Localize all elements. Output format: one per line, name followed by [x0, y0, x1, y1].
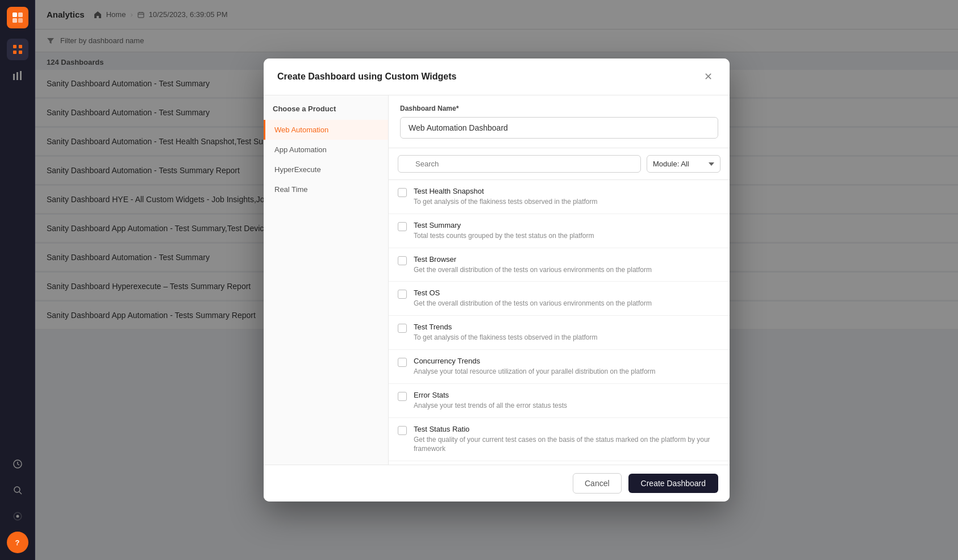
widget-name-test-trends: Test Trends [414, 323, 720, 331]
widget-info-error-stats: Error Stats Analyse your test trends of … [414, 391, 720, 411]
widget-name-test-status-ratio: Test Status Ratio [414, 425, 720, 433]
widget-name-test-browser: Test Browser [414, 255, 720, 264]
sidebar-icon-settings[interactable] [7, 505, 28, 527]
widget-name-test-health-snapshot: Test Health Snapshot [414, 187, 720, 195]
modal-footer: Cancel Create Dashboard [264, 465, 730, 502]
product-item-web-automation[interactable]: Web Automation [264, 120, 388, 140]
svg-rect-5 [19, 45, 22, 48]
create-dashboard-modal: Create Dashboard using Custom Widgets ✕ … [264, 58, 730, 502]
widget-item-test-trends[interactable]: Test Trends To get analysis of the flaki… [389, 316, 730, 350]
dashboard-name-label: Dashboard Name* [400, 105, 718, 112]
modal-title: Create Dashboard using Custom Widgets [277, 72, 456, 82]
widget-name-concurrency-trends: Concurrency Trends [414, 357, 720, 365]
widget-search-bar: 🔍 Module: All [389, 148, 730, 180]
widget-list: Test Health Snapshot To get analysis of … [389, 180, 730, 465]
product-item-hyperexecute[interactable]: HyperExecute [264, 160, 388, 179]
svg-rect-4 [13, 45, 16, 48]
product-item-real-time[interactable]: Real Time [264, 179, 388, 199]
widget-item-error-stats[interactable]: Error Stats Analyse your test trends of … [389, 384, 730, 418]
widget-info-test-os: Test OS Get the overall distribution of … [414, 289, 720, 308]
widget-item-test-summary[interactable]: Test Summary Total tests counts grouped … [389, 214, 730, 248]
sidebar-bottom: ? [7, 453, 28, 553]
widget-checkbox-test-browser[interactable] [398, 256, 407, 265]
widget-checkbox-test-health-snapshot[interactable] [398, 188, 407, 197]
widget-info-test-trends: Test Trends To get analysis of the flaki… [414, 323, 720, 342]
sidebar: ? [0, 0, 35, 560]
widget-checkbox-test-trends[interactable] [398, 324, 407, 333]
svg-point-14 [16, 515, 19, 518]
widget-name-test-summary: Test Summary [414, 221, 720, 229]
widget-info-test-health-snapshot: Test Health Snapshot To get analysis of … [414, 187, 720, 207]
svg-rect-7 [19, 51, 22, 54]
dashboard-name-input[interactable] [400, 117, 718, 139]
sidebar-icon-analytics[interactable] [7, 65, 28, 86]
widget-checkbox-test-os[interactable] [398, 290, 407, 299]
sidebar-icon-dashboard[interactable] [7, 39, 28, 60]
widget-info-test-browser: Test Browser Get the overall distributio… [414, 255, 720, 275]
widget-info-test-summary: Test Summary Total tests counts grouped … [414, 221, 720, 241]
svg-rect-6 [13, 51, 16, 54]
svg-rect-0 [13, 12, 17, 17]
svg-rect-10 [20, 71, 22, 80]
sidebar-icon-help[interactable]: ? [7, 532, 28, 553]
svg-rect-9 [16, 72, 18, 80]
modal-header: Create Dashboard using Custom Widgets ✕ [264, 58, 730, 95]
sidebar-icon-clock[interactable] [7, 453, 28, 475]
sidebar-icon-search[interactable] [7, 479, 28, 501]
create-dashboard-button[interactable]: Create Dashboard [628, 474, 718, 493]
widget-name-error-stats: Error Stats [414, 391, 720, 399]
main-content: Analytics Home › 10/25/2023, 6:39:05 PM [35, 0, 958, 560]
widget-desc-concurrency-trends: Analyse your total resource utilization … [414, 367, 720, 377]
widget-checkbox-concurrency-trends[interactable] [398, 358, 407, 367]
widget-info-test-status-ratio: Test Status Ratio Get the quality of you… [414, 425, 720, 454]
widget-name-test-os: Test OS [414, 289, 720, 297]
choose-product-label: Choose a Product [264, 105, 388, 120]
widget-item-test-health-snapshot[interactable]: Test Health Snapshot To get analysis of … [389, 180, 730, 214]
svg-point-12 [14, 487, 20, 492]
app-container: ? Analytics Home › 10/25/2023, 6:39:05 [0, 0, 958, 560]
widget-item-test-browser[interactable]: Test Browser Get the overall distributio… [389, 248, 730, 282]
widget-desc-error-stats: Analyse your test trends of all the erro… [414, 401, 720, 411]
widget-checkbox-test-status-ratio[interactable] [398, 426, 407, 435]
modal-widget-panel: Dashboard Name* 🔍 Module: All [389, 95, 730, 465]
widget-info-concurrency-trends: Concurrency Trends Analyse your total re… [414, 357, 720, 377]
widget-item-test-status-ratio[interactable]: Test Status Ratio Get the quality of you… [389, 418, 730, 462]
modal-overlay: Create Dashboard using Custom Widgets ✕ … [35, 0, 958, 560]
widget-checkbox-test-summary[interactable] [398, 222, 407, 231]
widget-desc-test-os: Get the overall distribution of the test… [414, 299, 720, 308]
modal-close-button[interactable]: ✕ [700, 69, 716, 85]
widget-desc-test-summary: Total tests counts grouped by the test s… [414, 231, 720, 241]
widget-desc-test-trends: To get analysis of the flakiness tests o… [414, 333, 720, 342]
svg-rect-2 [13, 18, 17, 23]
svg-line-13 [19, 492, 22, 494]
svg-rect-8 [13, 74, 15, 80]
product-item-app-automation[interactable]: App Automation [264, 140, 388, 160]
modal-body: Choose a Product Web Automation App Auto… [264, 95, 730, 465]
widget-desc-test-browser: Get the overall distribution of the test… [414, 265, 720, 275]
search-wrap: 🔍 [398, 155, 641, 173]
app-logo [7, 7, 28, 28]
widget-item-concurrency-trends[interactable]: Concurrency Trends Analyse your total re… [389, 350, 730, 384]
widget-desc-test-status-ratio: Get the quality of your current test cas… [414, 435, 720, 454]
modal-product-panel: Choose a Product Web Automation App Auto… [264, 95, 389, 465]
cancel-button[interactable]: Cancel [573, 473, 622, 494]
widget-search-input[interactable] [398, 155, 641, 173]
module-select[interactable]: Module: All [647, 155, 720, 173]
widget-checkbox-error-stats[interactable] [398, 392, 407, 401]
svg-rect-3 [18, 18, 23, 23]
widget-item-test-os[interactable]: Test OS Get the overall distribution of … [389, 282, 730, 316]
svg-rect-1 [18, 12, 23, 17]
dashboard-name-section: Dashboard Name* [389, 95, 730, 148]
widget-desc-test-health-snapshot: To get analysis of the flakiness tests o… [414, 197, 720, 207]
